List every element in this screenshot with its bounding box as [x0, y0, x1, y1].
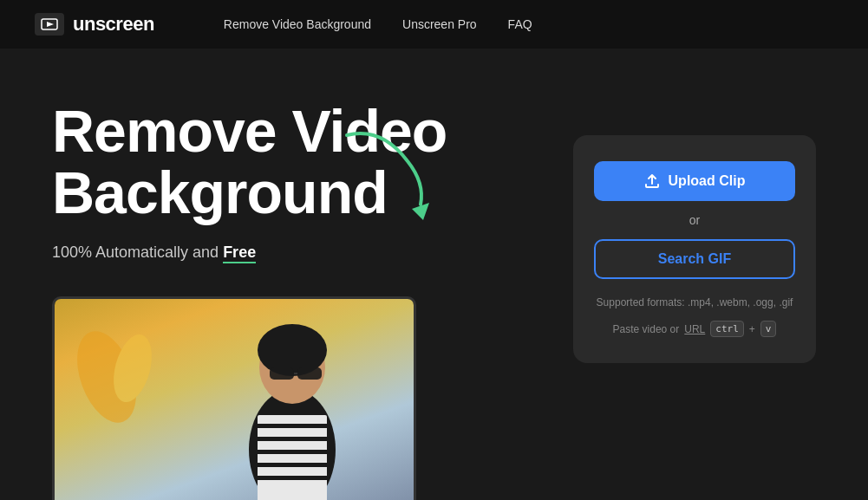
ctrl-key: ctrl [710, 321, 744, 337]
nav-link-pro[interactable]: Unscreen Pro [402, 17, 477, 31]
curved-arrow [338, 118, 451, 234]
nav-link-faq[interactable]: FAQ [508, 17, 532, 31]
supported-formats-text: Supported formats: .mp4, .webm, .ogg, .g… [597, 296, 793, 308]
url-link[interactable]: URL [684, 323, 705, 335]
hero-title: Remove Video Background [52, 101, 573, 224]
logo[interactable]: unscreen [35, 13, 154, 36]
svg-rect-5 [270, 367, 294, 380]
svg-rect-13 [258, 476, 327, 480]
right-section: Upload Clip or Search GIF Supported form… [573, 135, 816, 363]
or-divider: or [689, 213, 700, 227]
svg-rect-9 [258, 424, 327, 428]
main-content: Remove Video Background 100% Automatical… [0, 49, 868, 500]
laptop-screen [52, 296, 416, 500]
svg-rect-6 [297, 367, 322, 380]
upload-clip-button[interactable]: Upload Clip [594, 161, 795, 201]
left-section: Remove Video Background 100% Automatical… [52, 101, 573, 500]
v-key: v [760, 321, 777, 337]
svg-rect-11 [258, 450, 327, 454]
svg-rect-12 [258, 463, 327, 467]
paste-area: Paste video or URL ctrl + v [613, 321, 777, 337]
plus-symbol: + [749, 323, 755, 335]
navbar: unscreen Remove Video Background Unscree… [0, 0, 868, 49]
nav-links: Remove Video Background Unscreen Pro FAQ [224, 17, 532, 31]
hero-subtitle: 100% Automatically and Free [52, 244, 573, 262]
nav-link-remove-bg[interactable]: Remove Video Background [224, 17, 371, 31]
search-gif-button[interactable]: Search GIF [594, 239, 795, 279]
svg-marker-1 [47, 22, 54, 27]
upload-panel: Upload Clip or Search GIF Supported form… [573, 135, 816, 363]
logo-icon [35, 13, 64, 36]
svg-rect-10 [258, 437, 327, 441]
upload-icon [644, 173, 660, 189]
logo-text: unscreen [73, 13, 154, 36]
video-preview-frame [52, 296, 434, 500]
